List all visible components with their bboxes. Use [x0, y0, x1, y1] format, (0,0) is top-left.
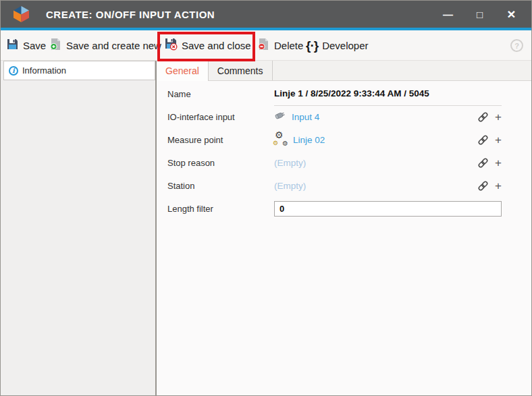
tab-general[interactable]: General: [157, 61, 209, 81]
save-and-create-new-button[interactable]: Save and create new: [49, 30, 161, 60]
name-value: Linje 1 / 8/25/2022 9:33:44 AM / 5045: [274, 82, 502, 106]
stop-reason-empty-value[interactable]: (Empty): [274, 158, 306, 168]
name-label: Name: [167, 89, 274, 99]
stop-reason-label: Stop reason: [167, 158, 274, 168]
add-new-icon[interactable]: +: [495, 134, 502, 146]
save-label: Save: [23, 40, 46, 51]
station-label: Station: [167, 181, 274, 191]
link-existing-icon[interactable]: [477, 134, 489, 146]
measure-point-value-link[interactable]: Linje 02: [293, 135, 325, 145]
io-interface-input-label: IO-interface input: [167, 112, 274, 122]
close-button[interactable]: ×: [496, 1, 527, 28]
save-and-close-button[interactable]: Save and close: [165, 30, 251, 60]
length-filter-input[interactable]: [274, 201, 502, 217]
delete-label: Delete: [274, 40, 303, 51]
toolbar: Save Save and create new: [1, 30, 531, 61]
delete-button[interactable]: Delete: [257, 30, 303, 60]
right-panel: General Comments Name Linje 1 / 8/25/202…: [155, 61, 531, 395]
document-plus-icon: [49, 38, 62, 53]
dialog-body: i Information General Comments Name Linj…: [1, 61, 531, 395]
link-existing-icon[interactable]: [477, 180, 489, 192]
developer-label: Developer: [322, 40, 368, 51]
window-controls: — □ ×: [432, 1, 527, 28]
maximize-button[interactable]: □: [464, 1, 496, 28]
io-interface-input-value-link[interactable]: Input 4: [292, 112, 319, 122]
document-minus-icon: [257, 38, 270, 53]
station-empty-value[interactable]: (Empty): [274, 181, 306, 191]
left-panel: i Information: [1, 61, 155, 395]
add-new-icon[interactable]: +: [495, 111, 502, 123]
form-row-name: Name Linje 1 / 8/25/2022 9:33:44 AM / 50…: [167, 82, 502, 105]
save-and-create-new-label: Save and create new: [66, 40, 161, 51]
title-bar: CREATE: ON/OFF INPUT ACTION — □ ×: [1, 1, 531, 28]
dialog-window: CREATE: ON/OFF INPUT ACTION — □ × Save: [0, 0, 532, 396]
floppy-close-icon: [165, 38, 178, 53]
form-row-station: Station (Empty): [167, 174, 502, 197]
floppy-save-icon: [6, 38, 19, 53]
form-row-length-filter: Length filter: [167, 197, 502, 220]
link-existing-icon[interactable]: [477, 111, 489, 123]
window-title: CREATE: ON/OFF INPUT ACTION: [46, 9, 215, 20]
help-icon[interactable]: ?: [510, 39, 523, 52]
gears-icon: ⚙ ⚙ ⚙: [274, 133, 288, 146]
add-new-icon[interactable]: +: [495, 157, 502, 169]
save-and-close-label: Save and close: [182, 40, 251, 51]
form-row-io-interface-input: IO-interface input: [167, 105, 502, 128]
code-braces-icon: {·}: [306, 39, 318, 52]
general-tab-content: Name Linje 1 / 8/25/2022 9:33:44 AM / 50…: [157, 81, 531, 395]
information-label: Information: [22, 65, 66, 76]
add-new-icon[interactable]: +: [495, 180, 502, 192]
tab-strip: General Comments: [157, 61, 531, 81]
form-row-measure-point: Measure point ⚙ ⚙ ⚙ Linje 02: [167, 128, 502, 151]
save-button[interactable]: Save: [6, 30, 46, 60]
tab-comments[interactable]: Comments: [209, 61, 273, 80]
form-row-stop-reason: Stop reason (Empty): [167, 151, 502, 174]
length-filter-label: Length filter: [167, 204, 274, 214]
information-pane-header[interactable]: i Information: [3, 61, 155, 80]
measure-point-label: Measure point: [167, 135, 274, 145]
app-logo-cube-icon: [12, 5, 30, 23]
minimize-button[interactable]: —: [432, 1, 464, 28]
plug-icon: [274, 110, 286, 123]
developer-button[interactable]: {·} Developer: [306, 30, 369, 60]
link-existing-icon[interactable]: [477, 157, 489, 169]
info-icon: i: [9, 66, 18, 76]
